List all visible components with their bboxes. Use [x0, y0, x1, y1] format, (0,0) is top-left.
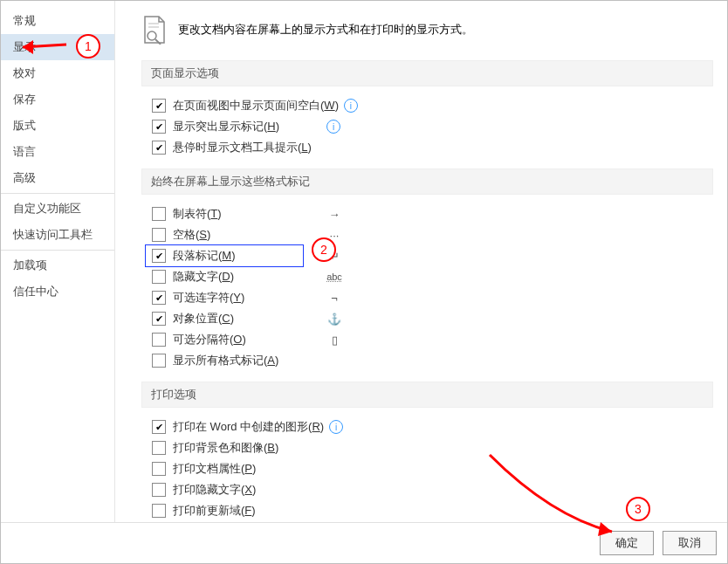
ok-button[interactable]: 确定 [600, 531, 654, 555]
page-display-option[interactable]: 悬停时显示文档工具提示(L) [152, 137, 713, 158]
info-icon[interactable]: i [344, 99, 358, 113]
formatting-option[interactable]: 段落标记(M)↵ [152, 245, 713, 266]
sidebar-item-general[interactable]: 常规 [1, 8, 114, 34]
print-option[interactable]: 打印文档属性(P) [152, 458, 713, 479]
option-label: 打印背景色和图像(B) [173, 440, 321, 456]
option-label: 显示突出显示标记(H) [173, 119, 321, 134]
section-print-options: 打印选项 [141, 382, 713, 408]
checkbox[interactable] [152, 207, 166, 221]
option-label: 打印前更新域(F) [173, 503, 321, 519]
formatting-option[interactable]: 对象位置(C)⚓ [152, 308, 713, 329]
format-symbol: abc [321, 272, 347, 282]
formatting-option[interactable]: 显示所有格式标记(A) [152, 350, 713, 371]
section-formatting-marks: 始终在屏幕上显示这些格式标记 [141, 169, 713, 195]
print-option[interactable]: 打印隐藏文字(X) [152, 479, 713, 500]
info-icon[interactable]: i [326, 120, 340, 134]
format-symbol: ¬ [321, 292, 347, 305]
option-label: 段落标记(M) [173, 248, 321, 264]
formatting-option[interactable]: 制表符(T)→ [152, 203, 713, 224]
checkbox[interactable] [152, 354, 166, 368]
print-option[interactable]: 打印背景色和图像(B) [152, 437, 713, 458]
option-label: 制表符(T) [173, 206, 321, 222]
option-label: 打印文档属性(P) [173, 461, 321, 477]
checkbox[interactable] [152, 483, 166, 497]
checkbox[interactable] [152, 270, 166, 284]
option-label: 打印隐藏文字(X) [173, 482, 321, 498]
checkbox[interactable] [152, 291, 166, 305]
sidebar-item-addins[interactable]: 加载项 [1, 252, 114, 279]
sidebar-separator [1, 250, 114, 251]
sidebar-item-proofing[interactable]: 校对 [1, 60, 114, 86]
formatting-option[interactable]: 空格(S)··· [152, 224, 713, 245]
section-page-display: 页面显示选项 [141, 60, 713, 86]
format-symbol: ··· [321, 229, 347, 242]
formatting-option[interactable]: 可选连字符(Y)¬ [152, 287, 713, 308]
checkbox[interactable] [152, 249, 166, 263]
sidebar-item-trust[interactable]: 信任中心 [1, 279, 114, 305]
formatting-option[interactable]: 可选分隔符(O)▯ [152, 329, 713, 350]
format-symbol: → [321, 208, 347, 221]
checkbox[interactable] [152, 462, 166, 476]
checkbox[interactable] [152, 120, 166, 134]
svg-line-3 [155, 39, 161, 45]
cancel-button[interactable]: 取消 [663, 531, 717, 555]
checkbox[interactable] [152, 441, 166, 455]
format-symbol: ▯ [321, 334, 347, 347]
checkbox[interactable] [152, 99, 166, 113]
svg-point-2 [148, 31, 156, 40]
checkbox[interactable] [152, 504, 166, 518]
sidebar-item-layout[interactable]: 版式 [1, 113, 114, 139]
page-display-option[interactable]: 在页面视图中显示页面间空白(W)i [152, 95, 713, 116]
option-label: 可选连字符(Y) [173, 290, 321, 306]
options-dialog: 常规 显示 校对 保存 版式 语言 高级 自定义功能区 快速访问工具栏 加载项 … [0, 0, 728, 564]
format-symbol: ⚓ [321, 313, 347, 326]
option-label: 显示所有格式标记(A) [173, 353, 321, 368]
checkbox[interactable] [152, 228, 166, 242]
print-option[interactable]: 打印前更新域(F) [152, 500, 713, 521]
option-label: 悬停时显示文档工具提示(L) [173, 140, 321, 155]
info-icon[interactable]: i [329, 420, 343, 434]
sidebar-item-display[interactable]: 显示 [1, 34, 114, 60]
option-label: 打印在 Word 中创建的图形(R) [173, 419, 324, 435]
dialog-footer: 确定 取消 [1, 522, 727, 563]
category-sidebar: 常规 显示 校对 保存 版式 语言 高级 自定义功能区 快速访问工具栏 加载项 … [1, 1, 115, 522]
page-display-option[interactable]: 显示突出显示标记(H)i [152, 116, 713, 137]
sidebar-item-language[interactable]: 语言 [1, 139, 114, 165]
sidebar-item-save[interactable]: 保存 [1, 86, 114, 113]
document-search-icon [141, 15, 168, 45]
checkbox[interactable] [152, 420, 166, 434]
formatting-option[interactable]: 隐藏文字(D)abc [152, 266, 713, 287]
sidebar-separator [1, 193, 114, 194]
panel-description: 更改文档内容在屏幕上的显示方式和在打印时的显示方式。 [178, 22, 473, 38]
checkbox[interactable] [152, 333, 166, 347]
sidebar-item-advanced[interactable]: 高级 [1, 165, 114, 191]
option-label: 对象位置(C) [173, 311, 321, 327]
print-option[interactable]: 打印在 Word 中创建的图形(R)i [152, 416, 713, 437]
checkbox[interactable] [152, 312, 166, 326]
sidebar-item-ribbon[interactable]: 自定义功能区 [1, 196, 114, 222]
checkbox[interactable] [152, 141, 166, 155]
option-label: 可选分隔符(O) [173, 332, 321, 347]
sidebar-item-qat[interactable]: 快速访问工具栏 [1, 222, 114, 248]
option-label: 空格(S) [173, 227, 321, 243]
format-symbol: ↵ [321, 250, 347, 263]
option-label: 在页面视图中显示页面间空白(W) [173, 98, 339, 113]
display-options-panel: 更改文档内容在屏幕上的显示方式和在打印时的显示方式。 页面显示选项 在页面视图中… [115, 1, 727, 522]
option-label: 隐藏文字(D) [173, 269, 321, 285]
